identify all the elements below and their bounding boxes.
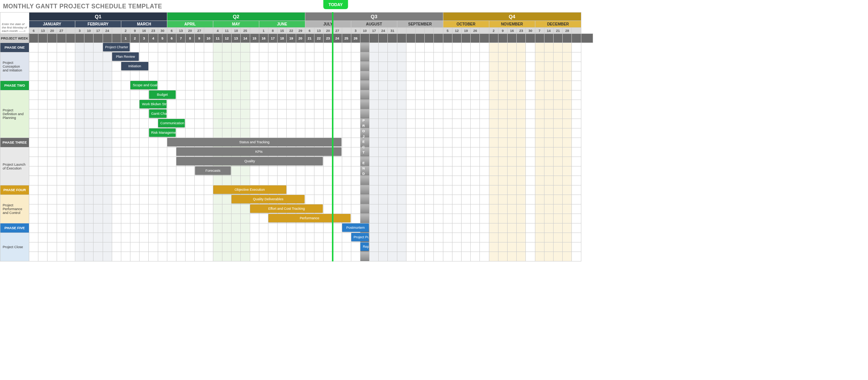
gantt-bar[interactable]: Quality Deliverables bbox=[232, 195, 305, 203]
gantt-bar[interactable]: Budget bbox=[149, 90, 176, 99]
day-header: 17 bbox=[94, 28, 103, 34]
project-week-cell: 1 bbox=[121, 34, 130, 43]
day-header: 21 bbox=[553, 28, 562, 34]
project-week-cell: 8 bbox=[186, 34, 195, 43]
project-week-cell bbox=[66, 34, 75, 43]
project-week-cell: 11 bbox=[213, 34, 222, 43]
gantt-bar[interactable]: Plan Review bbox=[112, 52, 139, 61]
day-header: 8 bbox=[268, 28, 277, 34]
gantt-bar[interactable]: Initiation bbox=[121, 62, 148, 70]
today-flag: TODAY bbox=[323, 0, 348, 9]
gantt-bar[interactable]: Gantt Chart bbox=[149, 109, 167, 118]
gantt-bar[interactable]: Report bbox=[360, 242, 369, 251]
day-header bbox=[416, 28, 425, 34]
month-header: JUNE bbox=[259, 21, 305, 28]
project-week-cell bbox=[75, 34, 84, 43]
month-header: SEPTEMBER bbox=[397, 21, 443, 28]
project-week-cell bbox=[489, 34, 498, 43]
project-week-cell bbox=[84, 34, 94, 43]
project-week-cell bbox=[406, 34, 415, 43]
project-week-cell bbox=[443, 34, 452, 43]
month-header: NOVEMBER bbox=[489, 21, 535, 28]
day-header bbox=[425, 28, 434, 34]
day-header: 31 bbox=[388, 28, 397, 34]
day-header: 10 bbox=[84, 28, 94, 34]
day-header: 24 bbox=[103, 28, 112, 34]
gantt-bar[interactable]: Effort and Cost Tracking bbox=[250, 204, 323, 213]
project-week-cell bbox=[452, 34, 461, 43]
project-week-cell: 25 bbox=[342, 34, 351, 43]
day-header: 30 bbox=[526, 28, 535, 34]
day-header: 16 bbox=[507, 28, 516, 34]
day-header: 6 bbox=[305, 28, 314, 34]
month-header: JANUARY bbox=[29, 21, 75, 28]
day-header: 20 bbox=[324, 28, 333, 34]
project-week-cell bbox=[434, 34, 443, 43]
project-week-cell: 3 bbox=[140, 34, 149, 43]
month-header: FEBRUARY bbox=[75, 21, 121, 28]
day-header bbox=[66, 28, 75, 34]
project-week-cell bbox=[416, 34, 425, 43]
project-week-cell bbox=[553, 34, 562, 43]
project-week-cell: 7 bbox=[176, 34, 186, 43]
day-header: 13 bbox=[176, 28, 186, 34]
project-week-cell: 20 bbox=[296, 34, 305, 43]
gantt-bar[interactable]: Project Charter bbox=[103, 43, 130, 51]
gantt-bar[interactable]: Objective Execution bbox=[213, 185, 286, 194]
project-week-cell bbox=[48, 34, 57, 43]
project-week-cell bbox=[563, 34, 572, 43]
day-header: 5 bbox=[443, 28, 452, 34]
project-week-cell: 21 bbox=[305, 34, 314, 43]
month-header: MARCH bbox=[121, 21, 167, 28]
gantt-bar[interactable]: Quality bbox=[176, 157, 323, 165]
project-week-cell bbox=[94, 34, 103, 43]
gantt-bar[interactable]: Risk Management bbox=[149, 128, 176, 137]
day-header bbox=[434, 28, 443, 34]
project-week-cell bbox=[112, 34, 121, 43]
project-week-cell: 15 bbox=[250, 34, 259, 43]
gantt-bar[interactable]: Forecasts bbox=[195, 166, 231, 175]
day-header: 24 bbox=[379, 28, 388, 34]
day-header: 13 bbox=[314, 28, 323, 34]
project-week-cell: 18 bbox=[278, 34, 287, 43]
project-week-cell bbox=[57, 34, 66, 43]
project-week-cell: 13 bbox=[232, 34, 241, 43]
day-header: 23 bbox=[517, 28, 526, 34]
day-header: 7 bbox=[535, 28, 544, 34]
gantt-bar[interactable]: Performance bbox=[268, 214, 351, 222]
day-header: 10 bbox=[360, 28, 369, 34]
project-week-cell: 5 bbox=[158, 34, 167, 43]
phase-body-label: Project Close bbox=[0, 233, 29, 261]
project-week-cell: 22 bbox=[314, 34, 323, 43]
day-header: 13 bbox=[38, 28, 48, 34]
gantt-bar[interactable]: Scope and Goal Setting bbox=[130, 81, 157, 89]
gantt-bar[interactable]: KPIs bbox=[176, 147, 341, 156]
day-header: 6 bbox=[29, 28, 38, 34]
month-header: MAY bbox=[213, 21, 259, 28]
day-header: 9 bbox=[498, 28, 507, 34]
project-week-cell bbox=[498, 34, 507, 43]
project-week-cell bbox=[507, 34, 516, 43]
gantt-bar[interactable]: Work Bkdwn Structure bbox=[140, 100, 167, 108]
phase-body-label: Project Conception and Initiation bbox=[0, 52, 29, 81]
project-week-cell bbox=[38, 34, 48, 43]
gantt-bar[interactable]: Status and Tracking bbox=[167, 138, 341, 146]
month-header: APRIL bbox=[167, 21, 213, 28]
day-header: 23 bbox=[149, 28, 158, 34]
project-week-label: PROJECT WEEK bbox=[0, 34, 29, 43]
gantt-table: Enter the date of the first Monday of ea… bbox=[0, 12, 593, 261]
day-header: 27 bbox=[333, 28, 342, 34]
day-header: 3 bbox=[351, 28, 360, 34]
phase-body-label: Project Launch of Execution bbox=[0, 147, 29, 185]
page-title: MONTHLY GANTT PROJECT SCHEDULE TEMPLATE bbox=[0, 0, 593, 12]
day-header bbox=[250, 28, 259, 34]
day-header: 1 bbox=[259, 28, 268, 34]
day-header: 14 bbox=[544, 28, 553, 34]
project-week-cell bbox=[517, 34, 526, 43]
day-header: 12 bbox=[452, 28, 461, 34]
gantt-bar[interactable]: Postmortem bbox=[342, 223, 369, 232]
project-week-cell bbox=[535, 34, 544, 43]
phase-body-label: Project Definition and Planning bbox=[0, 90, 29, 138]
gantt-bar[interactable]: Project Punchlist bbox=[351, 233, 369, 241]
gantt-bar[interactable]: Communication Plan bbox=[158, 119, 185, 127]
